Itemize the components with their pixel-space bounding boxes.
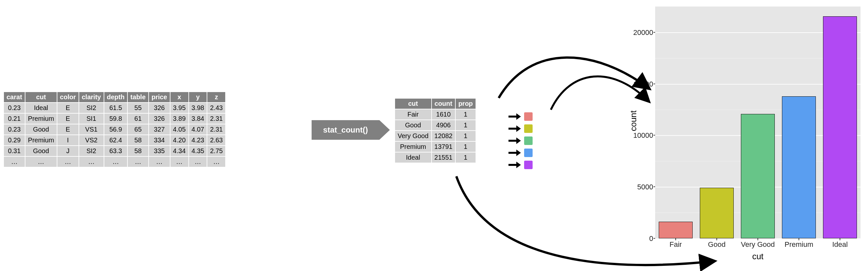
arrow-right-icon [508,113,522,120]
y-tick-label: 5000 [627,183,653,191]
y-tick-mark [653,32,655,33]
bar-ideal [823,16,857,238]
x-tick-label: Premium [778,240,819,249]
y-axis-title: count [628,110,639,131]
table-row: 0.29PremiumIVS262.4583344.204.232.63 [4,135,225,145]
y-tick-mark [653,135,655,136]
raw-col-carat: carat [4,92,25,103]
bar-chart: count cut 05000100001500020000FairGoodVe… [623,3,864,268]
x-tick-label: Fair [655,240,696,249]
x-tick-label: Very Good [737,240,778,249]
bar-fair [659,222,692,238]
arrow-right-icon [508,150,522,156]
x-tick-label: Good [696,240,737,249]
table-row: Good49061 [395,120,476,131]
raw-col-table: table [127,92,149,103]
plot-background [655,6,861,238]
table-row: Premium137911 [395,141,476,152]
swatch-row-fair [508,110,533,123]
table-row: 0.23IdealESI261.5553263.953.982.43 [4,103,225,113]
raw-col-depth: depth [104,92,127,103]
raw-data-table-wrap: caratcutcolorclaritydepthtablepricexyz 0… [3,91,226,167]
raw-col-clarity: clarity [79,92,104,103]
y-tick-label: 0 [627,235,653,243]
x-axis-title: cut [655,251,861,262]
aggregated-table-wrap: cutcountprop Fair16101Good49061Very Good… [394,98,476,163]
x-tick-label: Ideal [819,240,861,249]
aggregated-table: cutcountprop Fair16101Good49061Very Good… [394,98,476,163]
y-tick-label: 15000 [627,80,653,88]
y-tick-mark [653,238,655,239]
arrow-right-icon [508,126,522,132]
arrow-right-icon [508,162,522,168]
diagram-stage: caratcutcolorclaritydepthtablepricexyz 0… [0,0,868,271]
y-tick-mark [653,84,655,84]
raw-col-z: z [207,92,225,103]
y-tick-mark [653,186,655,187]
color-swatch [524,136,533,145]
arrow-right-icon [508,137,522,144]
raw-col-x: x [170,92,189,103]
swatch-row-good [508,123,533,135]
raw-col-color: color [57,92,79,103]
color-swatch [524,148,533,157]
table-row: Ideal215511 [395,152,476,163]
table-row: 0.23GoodEVS156.9653274.054.072.31 [4,124,225,135]
color-swatch [524,161,533,169]
agg-col-cut: cut [395,98,432,109]
raw-col-price: price [149,92,170,103]
bar-premium [782,96,815,238]
raw-col-cut: cut [25,92,57,103]
arrow-head-icon [379,120,390,140]
x-tick-mark [675,238,676,240]
color-swatch [524,112,533,121]
y-tick-label: 20000 [627,28,653,37]
x-tick-mark [716,238,717,240]
raw-data-table: caratcutcolorclaritydepthtablepricexyz 0… [3,91,226,167]
table-row: 0.31GoodJSI263.3583354.344.352.75 [4,145,225,156]
x-tick-mark [757,238,758,240]
swatch-row-ideal [508,159,533,171]
swatch-column [508,110,533,171]
table-row: ………………………… [4,156,225,167]
agg-col-prop: prop [455,98,475,109]
transform-arrow: stat_count() [312,120,390,140]
bar-very-good [741,114,774,238]
agg-col-count: count [432,98,456,109]
color-swatch [524,125,533,133]
transform-label: stat_count() [312,120,379,140]
raw-col-y: y [189,92,207,103]
swatch-row-premium [508,146,533,159]
x-tick-mark [840,238,840,240]
table-row: Very Good120821 [395,131,476,141]
table-row: 0.21PremiumESI159.8613263.893.842.31 [4,113,225,124]
bar-good [700,188,733,238]
swatch-row-very-good [508,135,533,146]
table-row: Fair16101 [395,109,476,120]
y-tick-label: 10000 [627,131,653,140]
x-tick-mark [799,238,799,240]
